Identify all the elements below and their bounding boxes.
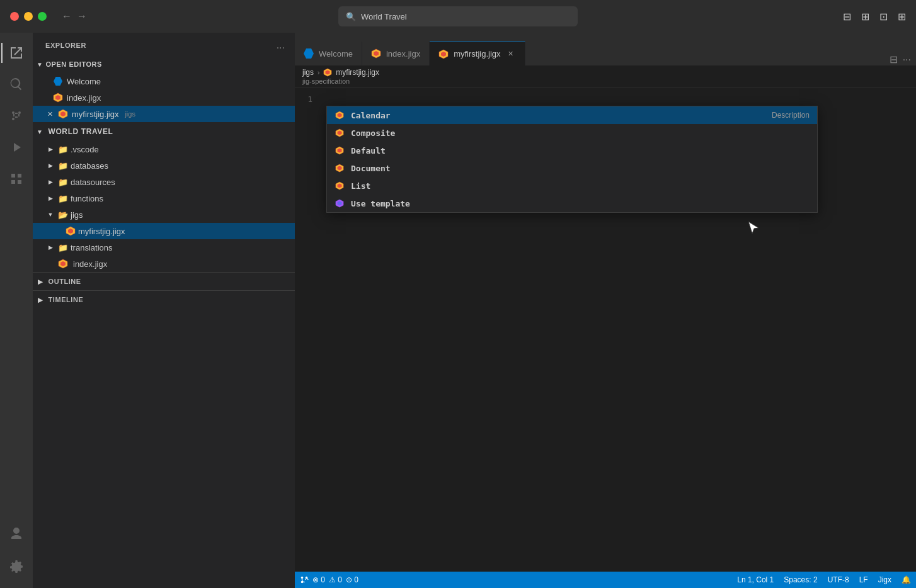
autocomplete-item-default[interactable]: Default (327, 142, 817, 159)
customize-layout-icon[interactable]: ⊞ (898, 11, 906, 23)
translations-folder-label: translations (71, 243, 112, 252)
timeline-chevron (38, 297, 43, 303)
status-errors[interactable]: ⊗ 0 (312, 575, 325, 584)
calendar-item-icon (335, 110, 345, 120)
status-warnings[interactable]: ⚠ 0 (329, 575, 342, 584)
status-line-ending[interactable]: LF (859, 575, 868, 584)
vscode-file-icon (53, 76, 63, 86)
breadcrumb-filename[interactable]: myfirstjig.jigx (336, 68, 379, 77)
index-root-label: index.jigx (73, 259, 107, 269)
default-icon-svg (335, 146, 344, 155)
myfirstjig-file-svg (66, 226, 76, 236)
activity-bar (0, 33, 33, 588)
more-tabs-actions-icon[interactable]: ··· (903, 54, 911, 65)
jigx-icon-svg2 (58, 109, 68, 119)
status-cursor-position[interactable]: Ln 1, Col 1 (737, 575, 774, 584)
main-layout: EXPLORER ... OPEN EDITORS Welcome (0, 33, 916, 588)
autocomplete-item-document[interactable]: Document (327, 159, 817, 177)
layout-icon[interactable]: ⊡ (879, 11, 888, 23)
breadcrumb-file-icon (323, 68, 332, 77)
mouse-cursor (747, 220, 760, 239)
minimize-button[interactable] (24, 12, 33, 21)
functions-folder-icon: 📁 (58, 194, 68, 203)
world-travel-section-header[interactable]: WORLD TRAVEL (33, 122, 295, 141)
document-icon-svg (335, 164, 344, 172)
open-editors-label: OPEN EDITORS (45, 60, 102, 68)
run-debug-activity-icon[interactable] (1, 132, 31, 162)
tab-index-jigx[interactable]: index.jigx (362, 42, 430, 65)
tree-item-translations[interactable]: ▶ 📁 translations (33, 239, 295, 256)
tree-item-jigs[interactable]: ▼ 📂 jigs (33, 206, 295, 223)
databases-folder-label: databases (71, 161, 108, 171)
source-control-activity-icon[interactable] (1, 101, 31, 131)
autocomplete-item-calendar[interactable]: Calendar Description (327, 106, 817, 124)
outline-section-header[interactable]: OUTLINE (33, 273, 295, 290)
open-editor-welcome[interactable]: Welcome (33, 73, 295, 89)
jigs-folder-label: jigs (71, 210, 83, 220)
tab-myfirstjig[interactable]: myfirstjig.jigx ✕ (430, 42, 525, 65)
timeline-section-header[interactable]: TIMELINE (33, 291, 295, 308)
tabs-bar: Welcome index.jigx myfirstjig.jigx ✕ (295, 33, 916, 65)
status-broadcast[interactable]: ⊙ 0 (346, 575, 358, 584)
breadcrumb-jigs[interactable]: jigs (302, 68, 314, 77)
search-icon: 🔍 (346, 12, 356, 21)
account-svg-icon (9, 526, 24, 541)
activity-bar-bottom (1, 519, 31, 588)
status-language[interactable]: Jigx (878, 575, 891, 584)
jigs-folder-icon: 📂 (58, 210, 68, 220)
settings-activity-icon[interactable] (1, 551, 31, 582)
status-notification[interactable]: 🔔 (902, 575, 911, 584)
editor-content[interactable]: 1 Calendar Description (295, 88, 916, 572)
translations-folder-icon: 📁 (58, 243, 68, 252)
search-text: World Travel (361, 12, 407, 21)
status-encoding[interactable]: UTF-8 (828, 575, 849, 584)
split-editor-icon[interactable]: ⊞ (861, 11, 869, 23)
forward-arrow[interactable]: → (77, 11, 87, 22)
index-tab-icon (371, 48, 381, 59)
panel-layout-icon[interactable]: ⊟ (843, 11, 851, 23)
status-branch[interactable] (300, 575, 309, 584)
tree-item-vscode[interactable]: ▶ 📁 .vscode (33, 141, 295, 157)
composite-icon-svg (335, 128, 344, 137)
explorer-activity-icon[interactable] (1, 38, 31, 68)
search-bar[interactable]: 🔍 World Travel (338, 6, 578, 26)
extensions-activity-icon[interactable] (1, 164, 31, 194)
line-number-1: 1 (295, 93, 312, 106)
myfirstjig-close-icon[interactable]: ✕ (45, 110, 54, 118)
tree-item-myfirstjig-file[interactable]: myfirstjig.jigx (33, 223, 295, 239)
open-editor-index-jigx[interactable]: index.jigx (33, 89, 295, 106)
traffic-lights (10, 12, 47, 21)
sidebar-more-actions[interactable]: ... (277, 40, 285, 51)
tree-item-datasources[interactable]: ▶ 📁 datasources (33, 174, 295, 190)
welcome-tab-label: Welcome (319, 49, 353, 59)
default-item-label: Default (351, 146, 810, 155)
back-arrow[interactable]: ← (62, 11, 72, 22)
tree-item-databases[interactable]: ▶ 📁 databases (33, 157, 295, 174)
warnings-text: ⚠ 0 (329, 575, 342, 584)
open-editor-myfirstjig[interactable]: ✕ myfirstjig.jigx jigs (33, 106, 295, 122)
tab-welcome[interactable]: Welcome (295, 42, 362, 65)
spaces-text: Spaces: 2 (784, 575, 817, 584)
search-activity-icon[interactable] (1, 69, 31, 99)
maximize-button[interactable] (38, 12, 47, 21)
datasources-folder-chevron: ▶ (45, 179, 55, 185)
split-editor-tab-icon[interactable]: ⊟ (890, 54, 898, 65)
list-icon-svg (335, 181, 344, 190)
list-item-icon (335, 181, 345, 191)
tree-item-index-jigx-root[interactable]: index.jigx (33, 256, 295, 272)
status-spaces[interactable]: Spaces: 2 (784, 575, 817, 584)
breadcrumb-sep1: › (318, 69, 319, 76)
explorer-svg-icon (9, 45, 24, 60)
autocomplete-item-composite[interactable]: Composite (327, 124, 817, 142)
close-button[interactable] (10, 12, 19, 21)
open-editors-section-header[interactable]: OPEN EDITORS (33, 55, 295, 73)
autocomplete-item-use-template[interactable]: Use template (327, 195, 817, 212)
default-item-icon (335, 145, 345, 155)
translations-folder-chevron: ▶ (45, 244, 55, 251)
myfirstjig-tab-label: myfirstjig.jigx (454, 49, 500, 59)
myfirstjig-tab-close[interactable]: ✕ (506, 49, 516, 59)
status-bar: ⊗ 0 ⚠ 0 ⊙ 0 Ln 1, Col 1 Spaces: 2 UTF-8 (295, 572, 916, 588)
autocomplete-item-list[interactable]: List (327, 177, 817, 195)
tree-item-functions[interactable]: ▶ 📁 functions (33, 190, 295, 206)
account-activity-icon[interactable] (1, 519, 31, 549)
